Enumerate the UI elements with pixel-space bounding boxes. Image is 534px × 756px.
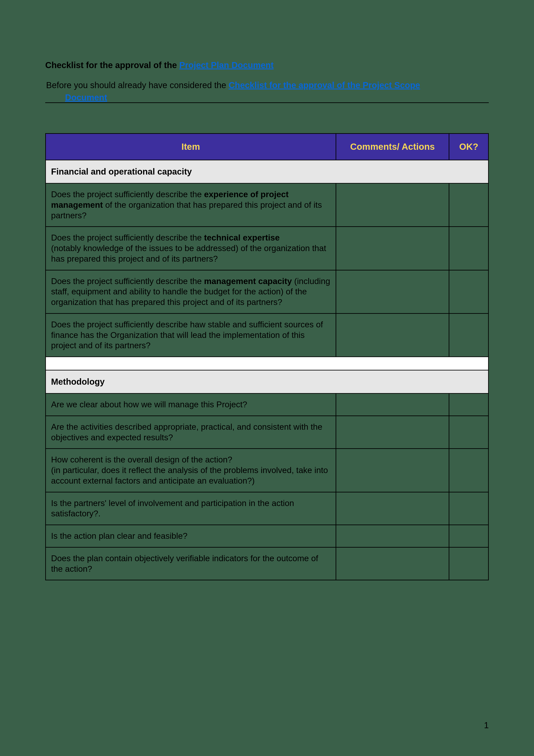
item-cell: How coherent is the overall design of th…	[46, 449, 336, 492]
title-prefix: Checklist for the approval of the	[45, 60, 179, 70]
item-cell: Does the project sufficiently describe t…	[46, 227, 336, 270]
section-row: Financial and operational capacity	[46, 160, 489, 183]
table-row: How coherent is the overall design of th…	[46, 449, 489, 492]
table-row: Does the project sufficiently describe t…	[46, 270, 489, 313]
item-text-pre: Does the project sufficiently describe t…	[51, 277, 204, 286]
item-cell: Are we clear about how we will manage th…	[46, 393, 336, 416]
table-row: Are the activities described appropriate…	[46, 416, 489, 449]
table-row: Does the project sufficiently describe t…	[46, 227, 489, 270]
table-row: Is the partners' level of involvement an…	[46, 492, 489, 525]
item-text-pre: Does the project sufficiently describe t…	[51, 233, 204, 242]
table-row: Does the project sufficiently describe t…	[46, 183, 489, 227]
header-divider: Document	[45, 92, 489, 103]
ok-cell[interactable]	[449, 183, 489, 227]
ok-cell[interactable]	[449, 416, 489, 449]
header-comments: Comments/ Actions	[336, 134, 449, 160]
item-cell: Does the project sufficiently describe h…	[46, 313, 336, 357]
section-title: Financial and operational capacity	[46, 160, 489, 183]
section-title: Methodology	[46, 370, 489, 393]
table-header-row: Item Comments/ Actions OK?	[46, 134, 489, 160]
comments-cell[interactable]	[336, 270, 449, 313]
comments-cell[interactable]	[336, 547, 449, 580]
item-cell: Are the activities described appropriate…	[46, 416, 336, 449]
item-cell: Does the plan contain objectively verifi…	[46, 547, 336, 580]
table-row: Does the plan contain objectively verifi…	[46, 547, 489, 580]
item-text-pre: Does the project sufficiently describe t…	[51, 190, 204, 199]
item-cell: Does the project sufficiently describe t…	[46, 270, 336, 313]
header-ok: OK?	[449, 134, 489, 160]
comments-cell[interactable]	[336, 393, 449, 416]
ok-cell[interactable]	[449, 227, 489, 270]
item-text-post: (notably knowledge of the issues to be a…	[51, 244, 326, 263]
comments-cell[interactable]	[336, 227, 449, 270]
scope-checklist-link-continue[interactable]: Document	[45, 93, 107, 102]
comments-cell[interactable]	[336, 492, 449, 525]
ok-cell[interactable]	[449, 393, 489, 416]
intro-text: Before you should already have considere…	[45, 80, 489, 90]
ok-cell[interactable]	[449, 270, 489, 313]
intro-prefix: Before you should already have considere…	[46, 80, 229, 90]
comments-cell[interactable]	[336, 525, 449, 547]
table-row: Are we clear about how we will manage th…	[46, 393, 489, 416]
blank-cell	[46, 357, 489, 370]
comments-cell[interactable]	[336, 416, 449, 449]
blank-row	[46, 357, 489, 370]
project-plan-link[interactable]: Project Plan Document	[179, 60, 273, 70]
item-cell: Is the action plan clear and feasible?	[46, 525, 336, 547]
item-cell: Is the partners' level of involvement an…	[46, 492, 336, 525]
item-text-bold: technical expertise	[204, 233, 280, 242]
ok-cell[interactable]	[449, 449, 489, 492]
comments-cell[interactable]	[336, 183, 449, 227]
table-row: Does the project sufficiently describe h…	[46, 313, 489, 357]
item-cell: Does the project sufficiently describe t…	[46, 183, 336, 227]
checklist-table: Item Comments/ Actions OK? Financial and…	[45, 133, 489, 580]
page-title: Checklist for the approval of the Projec…	[45, 60, 489, 70]
comments-cell[interactable]	[336, 313, 449, 357]
ok-cell[interactable]	[449, 547, 489, 580]
section-row: Methodology	[46, 370, 489, 393]
scope-checklist-link[interactable]: Checklist for the approval of the Projec…	[229, 80, 420, 90]
page-number: 1	[484, 720, 489, 730]
ok-cell[interactable]	[449, 525, 489, 547]
table-row: Is the action plan clear and feasible?	[46, 525, 489, 547]
ok-cell[interactable]	[449, 492, 489, 525]
item-text-bold: management capacity	[204, 277, 292, 286]
comments-cell[interactable]	[336, 449, 449, 492]
ok-cell[interactable]	[449, 313, 489, 357]
header-item: Item	[46, 134, 336, 160]
